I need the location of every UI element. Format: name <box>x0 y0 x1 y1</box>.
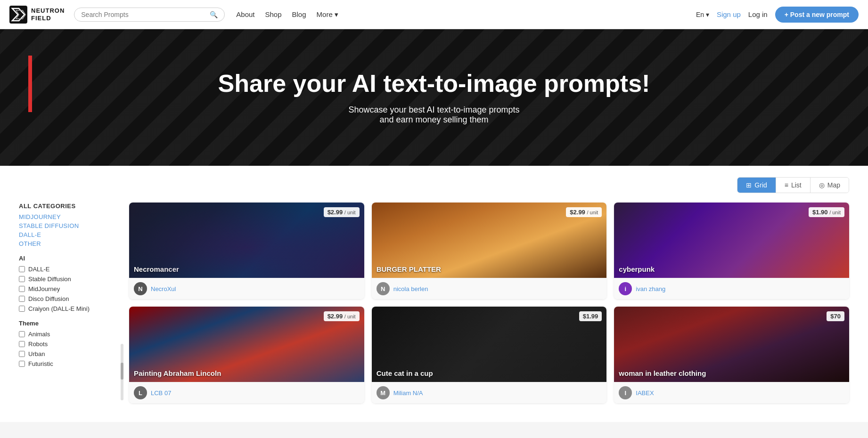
filter-urban[interactable]: Urban <box>19 350 118 357</box>
filter-animals-checkbox[interactable] <box>19 331 25 337</box>
sidebar-scrollbar-track <box>121 344 123 400</box>
search-bar[interactable]: 🔍 <box>74 8 225 22</box>
hero-content: Share your AI text-to-image prompts! Sho… <box>209 51 660 143</box>
card-image-woman: $70 woman in leather clothing <box>614 307 849 382</box>
logo[interactable]: NEUTRON FIELD <box>9 6 65 24</box>
theme-filter-title: Theme <box>19 320 118 327</box>
card-footer-lincoln: L LCB 07 <box>129 382 364 403</box>
card-burger[interactable]: $2.99 / unit BURGER PLATTER N nicola ber… <box>372 203 607 299</box>
sidebar-item-stable-diffusion[interactable]: STABLE DIFFUSION <box>19 222 118 229</box>
card-username-lincoln[interactable]: LCB 07 <box>151 389 171 397</box>
card-footer-necromancer: N NecroXul <box>129 278 364 299</box>
login-link[interactable]: Log in <box>748 10 768 18</box>
ai-filter-title: AI <box>19 255 118 262</box>
card-title-burger: BURGER PLATTER <box>377 265 441 273</box>
signup-link[interactable]: Sign up <box>717 10 741 18</box>
card-price-lincoln: $2.99 / unit <box>324 311 360 321</box>
filter-disco-diffusion-checkbox[interactable] <box>19 296 25 302</box>
card-image-cyberpunk: $1.90 / unit cyberpunk <box>614 203 849 278</box>
hero-title: Share your AI text-to-image prompts! <box>218 70 650 97</box>
grid-view-button[interactable]: ⊞ Grid <box>737 178 776 193</box>
map-view-button[interactable]: ◎ Map <box>811 178 849 193</box>
hero-subtitle-line2: and earn money selling them <box>218 115 650 125</box>
filter-dalle[interactable]: DALL-E <box>19 266 118 273</box>
header-right: En ▾ Sign up Log in + Post a new prompt <box>696 7 859 23</box>
card-price-cyberpunk: $1.90 / unit <box>809 207 844 217</box>
language-selector[interactable]: En ▾ <box>696 11 709 18</box>
main-content: ⊞ Grid ≡ List ◎ Map ALL CATEGORIES MIDJO… <box>0 166 868 422</box>
hero-section: Share your AI text-to-image prompts! Sho… <box>0 29 868 166</box>
filter-midjourney-checkbox[interactable] <box>19 286 25 292</box>
card-title-necromancer: Necromancer <box>134 265 179 273</box>
card-username-necromancer[interactable]: NecroXul <box>151 285 176 292</box>
card-image-necromancer: $2.99 / unit Necromancer <box>129 203 364 278</box>
card-footer-woman: I IABEX <box>614 382 849 403</box>
list-icon: ≡ <box>785 181 788 189</box>
sidebar-item-other[interactable]: OTHER <box>19 240 118 247</box>
card-price-woman: $70 <box>827 311 844 321</box>
card-footer-burger: N nicola berlen <box>372 278 607 299</box>
nav-shop[interactable]: Shop <box>265 10 281 18</box>
card-title-woman: woman in leather clothing <box>619 369 706 377</box>
card-price-burger: $2.99 / unit <box>566 207 602 217</box>
hero-subtitle-line1: Showcase your best AI text-to-image prom… <box>218 105 650 115</box>
search-input[interactable] <box>81 11 210 18</box>
card-image-cat: $1.99 Cute cat in a cup <box>372 307 607 382</box>
card-username-cyberpunk[interactable]: ivan zhang <box>636 285 665 292</box>
filter-animals[interactable]: Animals <box>19 331 118 338</box>
nav-blog[interactable]: Blog <box>292 10 306 18</box>
sidebar-item-midjourney[interactable]: MIDJOURNEY <box>19 213 118 220</box>
all-categories-title: ALL CATEGORIES <box>19 203 118 210</box>
card-title-lincoln: Painting Abraham Lincoln <box>134 369 221 377</box>
logo-text: NEUTRON FIELD <box>31 7 65 22</box>
filter-urban-checkbox[interactable] <box>19 351 25 357</box>
filter-stable-diffusion-checkbox[interactable] <box>19 276 25 282</box>
card-lincoln[interactable]: $2.99 / unit Painting Abraham Lincoln L … <box>129 307 364 403</box>
logo-icon <box>9 6 27 24</box>
filter-dalle-checkbox[interactable] <box>19 266 25 272</box>
prompt-grid: $2.99 / unit Necromancer N NecroXul $2.9… <box>129 203 849 403</box>
card-necromancer[interactable]: $2.99 / unit Necromancer N NecroXul <box>129 203 364 299</box>
filter-midjourney[interactable]: MidJourney <box>19 285 118 292</box>
search-icon: 🔍 <box>210 11 218 18</box>
card-footer-cat: M Miliam N/A <box>372 382 607 403</box>
filter-stable-diffusion[interactable]: Stable Diffusion <box>19 276 118 283</box>
card-username-woman[interactable]: IABEX <box>636 389 654 397</box>
card-cyberpunk[interactable]: $1.90 / unit cyberpunk i ivan zhang <box>614 203 849 299</box>
filter-disco-diffusion[interactable]: Disco Diffusion <box>19 295 118 302</box>
card-username-burger[interactable]: nicola berlen <box>393 285 428 292</box>
post-new-prompt-button[interactable]: + Post a new prompt <box>775 7 859 23</box>
content-layout: ALL CATEGORIES MIDJOURNEY STABLE DIFFUSI… <box>19 203 849 403</box>
card-image-lincoln: $2.99 / unit Painting Abraham Lincoln <box>129 307 364 382</box>
filter-futuristic[interactable]: Futuristic <box>19 360 118 367</box>
card-woman[interactable]: $70 woman in leather clothing I IABEX <box>614 307 849 403</box>
filter-robots[interactable]: Robots <box>19 341 118 348</box>
sidebar-scrollbar-thumb[interactable] <box>121 363 123 380</box>
sidebar-item-dalle[interactable]: DALL-E <box>19 231 118 238</box>
hero-red-bar <box>28 56 32 112</box>
card-price-necromancer: $2.99 / unit <box>324 207 360 217</box>
card-cat[interactable]: $1.99 Cute cat in a cup M Miliam N/A <box>372 307 607 403</box>
nav-more[interactable]: More ▾ <box>317 10 338 19</box>
filter-robots-checkbox[interactable] <box>19 341 25 347</box>
chevron-down-icon: ▾ <box>335 10 338 19</box>
map-icon: ◎ <box>819 181 825 189</box>
view-toggles: ⊞ Grid ≡ List ◎ Map <box>737 177 849 193</box>
card-price-cat: $1.99 <box>579 311 602 321</box>
grid-icon: ⊞ <box>746 181 752 189</box>
sidebar: ALL CATEGORIES MIDJOURNEY STABLE DIFFUSI… <box>19 203 118 403</box>
header: NEUTRON FIELD 🔍 About Shop Blog More ▾ E… <box>0 0 868 29</box>
card-title-cyberpunk: cyberpunk <box>619 265 655 273</box>
card-title-cat: Cute cat in a cup <box>377 369 433 377</box>
filter-craiyon-checkbox[interactable] <box>19 306 25 312</box>
card-image-burger: $2.99 / unit BURGER PLATTER <box>372 203 607 278</box>
card-username-cat[interactable]: Miliam N/A <box>393 389 423 397</box>
filter-craiyon[interactable]: Craiyon (DALL-E Mini) <box>19 305 118 312</box>
filter-futuristic-checkbox[interactable] <box>19 361 25 367</box>
nav-about[interactable]: About <box>236 10 254 18</box>
card-footer-cyberpunk: i ivan zhang <box>614 278 849 299</box>
nav: About Shop Blog More ▾ <box>236 10 338 19</box>
list-view-button[interactable]: ≡ List <box>776 178 811 193</box>
